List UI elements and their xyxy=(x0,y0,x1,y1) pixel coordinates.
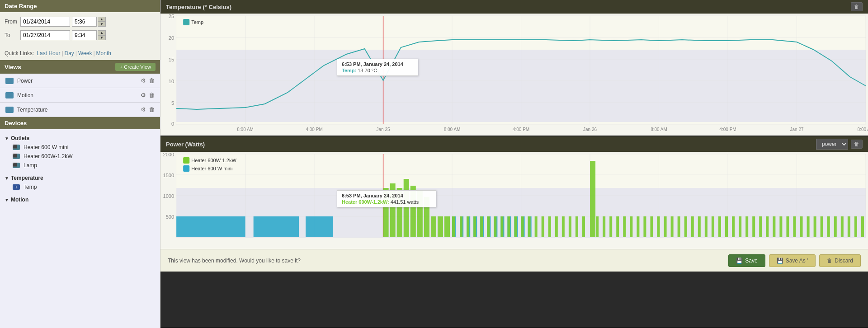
quick-links-bar: Quick Links: Last Hour | Day | Week | Mo… xyxy=(0,48,160,60)
svg-rect-35 xyxy=(183,19,189,25)
power-panel-header: Power (Watts) power 🗑 xyxy=(160,136,868,152)
power-panel: Power (Watts) power 🗑 xyxy=(160,136,868,328)
svg-rect-139 xyxy=(827,216,830,237)
svg-rect-114 xyxy=(657,216,660,237)
svg-text:15: 15 xyxy=(169,57,174,62)
power-view-dropdown[interactable]: power xyxy=(816,139,848,150)
from-spinner[interactable]: ▲ ▼ xyxy=(98,17,106,27)
svg-rect-81 xyxy=(431,216,436,237)
svg-rect-122 xyxy=(712,216,714,237)
view-item-power[interactable]: Power ⚙ 🗑 xyxy=(0,74,160,88)
svg-rect-106 xyxy=(603,216,605,237)
svg-rect-95 xyxy=(521,216,524,237)
heater-1200-label: Heater 600W-1.2kW xyxy=(24,153,73,159)
bottom-actions: 💾 Save 💾 Save As ' 🗑 Discard xyxy=(728,254,861,267)
device-heater-mini[interactable]: ⬛ Heater 600 W mini xyxy=(0,143,160,152)
to-time-input[interactable] xyxy=(72,30,97,40)
heater-mini-icon: ⬛ xyxy=(13,145,20,150)
power-view-actions: ⚙ 🗑 xyxy=(141,77,155,84)
from-date-input[interactable] xyxy=(20,17,70,27)
lamp-label: Lamp xyxy=(24,162,37,169)
power-view-icon xyxy=(5,78,14,84)
from-time-input[interactable] xyxy=(72,17,97,27)
motion-group-label: Motion xyxy=(11,197,28,203)
svg-rect-92 xyxy=(500,216,503,237)
temperature-group-label: Temperature xyxy=(11,175,43,181)
svg-text:10: 10 xyxy=(169,79,174,84)
save-as-icon: 💾 xyxy=(777,258,783,264)
from-spinner-up[interactable]: ▲ xyxy=(98,17,106,22)
temperature-triangle-icon: ▼ xyxy=(5,176,9,181)
power-view-name: Power xyxy=(17,78,141,84)
motion-view-actions: ⚙ 🗑 xyxy=(141,92,155,98)
save-as-button[interactable]: 💾 Save As ' xyxy=(769,254,816,267)
svg-text:8:00 AM: 8:00 AM xyxy=(651,127,667,132)
svg-rect-75 xyxy=(390,183,396,237)
quick-link-day[interactable]: Day xyxy=(65,50,74,56)
devices-title: Devices xyxy=(5,120,27,127)
temperature-group-header[interactable]: ▼ Temperature xyxy=(0,173,160,183)
temperature-delete-button[interactable]: 🗑 xyxy=(851,2,863,11)
outlets-group-header[interactable]: ▼ Outlets xyxy=(0,134,160,143)
svg-rect-61 xyxy=(306,216,333,237)
svg-rect-113 xyxy=(650,216,653,237)
save-button[interactable]: 💾 Save xyxy=(728,254,765,267)
svg-rect-83 xyxy=(444,216,450,237)
motion-triangle-icon: ▼ xyxy=(5,197,9,202)
power-chart-svg: 2000 1500 1000 500 xyxy=(160,152,868,249)
motion-trash-icon[interactable]: 🗑 xyxy=(149,92,155,98)
view-item-temperature[interactable]: Temperature ⚙ 🗑 xyxy=(0,103,160,117)
temperature-gear-icon[interactable]: ⚙ xyxy=(141,106,146,113)
svg-text:1500: 1500 xyxy=(163,173,175,178)
from-spinner-down[interactable]: ▼ xyxy=(98,22,106,27)
temperature-view-name: Temperature xyxy=(17,107,141,113)
heater-mini-label: Heater 600 W mini xyxy=(24,144,68,150)
views-header: Views + Create View xyxy=(0,60,160,74)
temp-icon: T xyxy=(13,184,20,190)
svg-text:Heater 600W-1.2kW: Heater 600W-1.2kW xyxy=(191,158,236,163)
svg-rect-77 xyxy=(404,179,409,237)
svg-rect-59 xyxy=(176,216,245,237)
svg-rect-93 xyxy=(507,216,510,237)
to-spinner[interactable]: ▲ ▼ xyxy=(98,30,106,40)
quick-link-month[interactable]: Month xyxy=(96,50,111,56)
from-row: From ▲ ▼ xyxy=(5,17,156,27)
discard-button[interactable]: 🗑 Discard xyxy=(819,254,861,267)
motion-group-header[interactable]: ▼ Motion xyxy=(0,195,160,204)
svg-rect-138 xyxy=(821,216,823,237)
temperature-trash-icon[interactable]: 🗑 xyxy=(149,106,155,113)
device-temp[interactable]: T Temp xyxy=(0,183,160,192)
svg-rect-132 xyxy=(779,216,782,237)
svg-rect-112 xyxy=(643,216,646,237)
svg-text:8:00 AM: 8:00 AM xyxy=(444,127,461,132)
quick-link-last-hour[interactable]: Last Hour xyxy=(37,50,60,56)
to-spinner-up[interactable]: ▲ xyxy=(98,30,106,35)
motion-gear-icon[interactable]: ⚙ xyxy=(141,92,146,98)
temperature-group: ▼ Temperature T Temp xyxy=(0,172,160,193)
save-icon: 💾 xyxy=(736,258,743,264)
to-date-input[interactable] xyxy=(20,30,70,40)
power-chart-title: Power (Watts) xyxy=(166,141,205,148)
power-gear-icon[interactable]: ⚙ xyxy=(141,77,146,84)
temperature-chart-area: 25 20 15 10 5 0 8:00 AM 4:00 PM Jan 25 8… xyxy=(160,14,868,136)
create-view-button[interactable]: + Create View xyxy=(115,63,156,71)
svg-rect-133 xyxy=(786,216,789,237)
quick-links-label: Quick Links: xyxy=(5,50,34,56)
device-lamp[interactable]: ⬛ Lamp xyxy=(0,161,160,170)
view-item-motion[interactable]: Motion ⚙ 🗑 xyxy=(0,88,160,103)
device-heater-1200[interactable]: ⬛ Heater 600W-1.2kW xyxy=(0,152,160,161)
svg-rect-102 xyxy=(569,216,571,237)
svg-rect-136 xyxy=(807,216,810,237)
svg-rect-119 xyxy=(691,216,694,237)
to-spinner-down[interactable]: ▼ xyxy=(98,35,106,40)
svg-rect-115 xyxy=(664,216,667,237)
power-delete-button[interactable]: 🗑 xyxy=(851,140,863,149)
quick-link-week[interactable]: Week xyxy=(78,50,92,56)
svg-text:Jan 25: Jan 25 xyxy=(377,127,391,132)
bottom-message: This view has been modified. Would you l… xyxy=(168,258,301,264)
power-trash-icon[interactable]: 🗑 xyxy=(149,77,155,84)
temperature-view-icon xyxy=(5,107,14,113)
discard-label: Discard xyxy=(835,258,853,264)
svg-rect-90 xyxy=(487,216,490,237)
date-range-title: Date Range xyxy=(5,3,37,9)
